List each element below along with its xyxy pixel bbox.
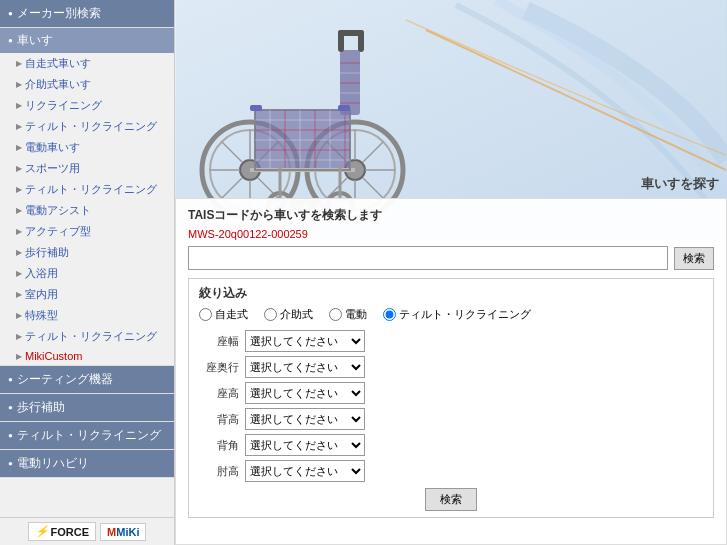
sidebar-item-miki-custom[interactable]: MikiCustom [0,347,174,365]
radio-tilt-label: ティルト・リクライニング [399,307,531,322]
radio-jisou-input[interactable] [199,308,212,321]
sidebar-item-tilt1[interactable]: ティルト・リクライニング [0,116,174,137]
radio-dendon[interactable]: 電動 [329,307,367,322]
sidebar-item-tilt2[interactable]: ティルト・リクライニング [0,179,174,200]
wheelchair-image: miki [190,5,410,225]
force-logo: ⚡ FORCE [28,522,97,541]
filter-section: 絞り込み 自走式 介助式 電動 ティルト・リクライニング [188,278,714,518]
sidebar-item-electric[interactable]: 電動車いす [0,137,174,158]
radio-kaijo-input[interactable] [264,308,277,321]
tais-input-row: 検索 [188,246,714,270]
sidebar-item-kaijo[interactable]: 介助式車いす [0,74,174,95]
spec-select-seat-width[interactable]: 選択してください [245,330,365,352]
sidebar-item-jisou[interactable]: 自走式車いす [0,53,174,74]
sidebar-header-walking[interactable]: 歩行補助 [0,394,174,421]
radio-kaijo[interactable]: 介助式 [264,307,313,322]
sidebar-header-tilt-label: ティルト・リクライニング [17,427,161,444]
sidebar-header-rehab-label: 電動リハビリ [17,455,89,472]
svg-rect-46 [250,105,262,111]
spec-label-back-height: 背高 [199,412,239,427]
sidebar-item-active[interactable]: アクティブ型 [0,221,174,242]
spec-label-arm-height: 肘高 [199,464,239,479]
radio-dendon-label: 電動 [345,307,367,322]
spec-select-arm-height[interactable]: 選択してください [245,460,365,482]
radio-kaijo-label: 介助式 [280,307,313,322]
radio-jisou-label: 自走式 [215,307,248,322]
svg-line-8 [222,142,242,162]
sidebar-item-indoor[interactable]: 室内用 [0,284,174,305]
sidebar-logos: ⚡ FORCE MMiKi [0,517,174,545]
sidebar-header-tilt[interactable]: ティルト・リクライニング [0,422,174,449]
spec-row-back-angle: 背角 選択してください [199,434,703,456]
spec-label-seat-width: 座幅 [199,334,239,349]
tais-code-label[interactable]: MWS-20q00122-000259 [188,228,714,240]
svg-rect-25 [255,110,350,168]
tais-search-button[interactable]: 検索 [674,247,714,270]
miki-logo-text: MMiKi [107,526,139,538]
sidebar-header-seating[interactable]: シーティング機器 [0,366,174,393]
filter-radio-row: 自走式 介助式 電動 ティルト・リクライニング [199,307,703,322]
spec-select-back-angle[interactable]: 選択してください [245,434,365,456]
svg-line-21 [363,142,383,162]
tais-title: TAISコードから車いすを検索します [188,207,714,224]
sidebar-header-walking-label: 歩行補助 [17,399,65,416]
spec-select-seat-depth[interactable]: 選択してください [245,356,365,378]
tais-input[interactable] [188,246,668,270]
svg-line-20 [363,178,383,198]
spec-label-back-angle: 背角 [199,438,239,453]
spec-select-back-height[interactable]: 選択してください [245,408,365,430]
sidebar-item-assist[interactable]: 電動アシスト [0,200,174,221]
sidebar-item-special[interactable]: 特殊型 [0,305,174,326]
sidebar: メーカー別検索 車いす 自走式車いす 介助式車いす リクライニング ティルト・リ… [0,0,175,545]
svg-line-11 [222,178,242,198]
filter-search-button[interactable]: 検索 [425,488,477,511]
spec-row-seat-height: 座高 選択してください [199,382,703,404]
spec-label-seat-depth: 座奥行 [199,360,239,375]
sidebar-header-rehab[interactable]: 電動リハビリ [0,450,174,477]
sidebar-section-tilt: ティルト・リクライニング [0,422,174,450]
sidebar-section-maker: メーカー別検索 [0,0,174,28]
radio-jisou[interactable]: 自走式 [199,307,248,322]
sidebar-section-wheelchair: 車いす 自走式車いす 介助式車いす リクライニング ティルト・リクライニング 電… [0,28,174,366]
spec-row-back-height: 背高 選択してください [199,408,703,430]
sidebar-section-walking: 歩行補助 [0,394,174,422]
sidebar-section-seating: シーティング機器 [0,366,174,394]
svg-rect-47 [338,105,350,111]
sidebar-sub-header-wheelchair[interactable]: 車いす [0,28,174,53]
spec-row-seat-depth: 座奥行 選択してください [199,356,703,378]
sidebar-header-maker[interactable]: メーカー別検索 [0,0,174,27]
sidebar-sub-header-wheelchair-label: 車いす [17,32,53,49]
search-panel: TAISコードから車いすを検索します MWS-20q00122-000259 検… [175,198,727,545]
main-content: miki 車いすを探す TAISコードから車いすを検索します MWS-20q00… [175,0,727,545]
radio-tilt[interactable]: ティルト・リクライニング [383,307,531,322]
sidebar-item-tilt3[interactable]: ティルト・リクライニング [0,326,174,347]
sidebar-item-walk[interactable]: 歩行補助 [0,242,174,263]
spec-label-seat-height: 座高 [199,386,239,401]
spec-row-seat-width: 座幅 選択してください [199,330,703,352]
svg-rect-45 [338,30,364,36]
filter-title: 絞り込み [199,285,703,302]
sidebar-item-sports[interactable]: スポーツ用 [0,158,174,179]
sidebar-item-reclining[interactable]: リクライニング [0,95,174,116]
spec-row-arm-height: 肘高 選択してください [199,460,703,482]
sidebar-header-seating-label: シーティング機器 [17,371,113,388]
search-btn-row: 検索 [199,488,703,511]
sidebar-header-maker-label: メーカー別検索 [17,5,101,22]
spec-select-seat-height[interactable]: 選択してください [245,382,365,404]
miki-logo: MMiKi [100,523,146,541]
sidebar-item-bath[interactable]: 入浴用 [0,263,174,284]
force-logo-text: FORCE [51,526,90,538]
sidebar-section-rehab: 電動リハビリ [0,450,174,478]
radio-dendon-input[interactable] [329,308,342,321]
find-wheelchair-label: 車いすを探す [641,175,719,193]
radio-tilt-input[interactable] [383,308,396,321]
